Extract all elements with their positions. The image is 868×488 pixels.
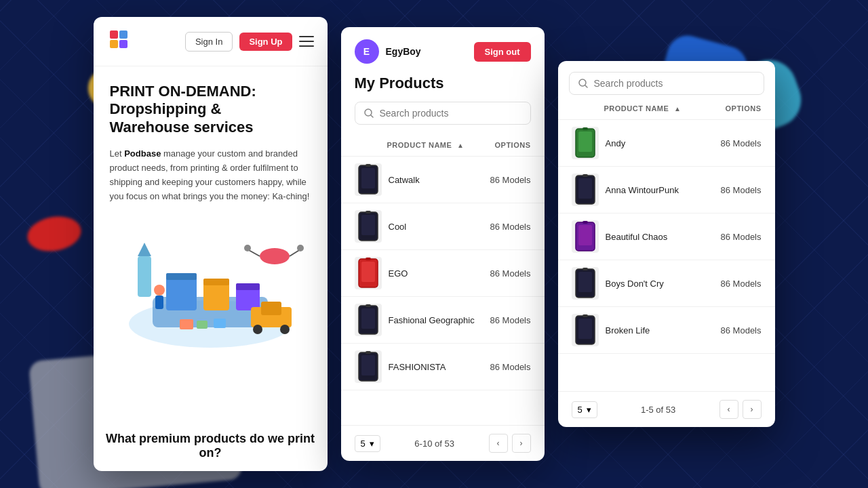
svg-rect-55 (583, 221, 588, 224)
page-size-select-middle[interactable]: 5 ▾ (355, 435, 380, 452)
product-options: 86 Models (484, 315, 531, 325)
product-name-col-header-right[interactable]: PRODUCT NAME ▲ (604, 104, 709, 113)
svg-rect-35 (366, 211, 371, 214)
product-list-middle: Catwalk 86 Models Cool 86 Models EGO (341, 157, 545, 425)
svg-rect-20 (261, 302, 281, 315)
product-options: 86 Models (714, 325, 762, 336)
svg-rect-49 (583, 127, 588, 130)
bottom-text: What premium products do we print on? (94, 421, 328, 471)
svg-rect-44 (366, 351, 371, 354)
signup-button[interactable]: Sign Up (239, 33, 292, 51)
svg-rect-9 (203, 279, 229, 285)
options-col-header-right: OPTIONS (714, 104, 762, 113)
prev-page-button-middle[interactable]: ‹ (489, 434, 508, 453)
brand-name: Podbase (124, 148, 161, 159)
svg-rect-25 (214, 319, 226, 328)
product-name-col-header[interactable]: PRODUCT NAME ▲ (387, 141, 478, 149)
svg-rect-34 (361, 215, 375, 235)
top-nav: Sign In Sign Up (94, 17, 328, 66)
signin-button[interactable]: Sign In (185, 32, 233, 52)
svg-rect-58 (583, 268, 588, 270)
table-row[interactable]: Beautiful Chaos 86 Models (558, 214, 775, 260)
panel-header: E EgyBoy Sign out My Products (341, 27, 545, 134)
page-size-select-right[interactable]: 5 ▾ (572, 401, 597, 418)
svg-point-21 (253, 325, 262, 334)
svg-rect-48 (578, 131, 592, 152)
svg-point-26 (154, 285, 165, 296)
product-name: Cool (389, 222, 477, 232)
product-thumbnail (572, 314, 599, 346)
search-results-panel: PRODUCT NAME ▲ OPTIONS Andy 86 Models (558, 61, 775, 427)
signout-button[interactable]: Sign out (474, 42, 531, 62)
table-row[interactable]: Andy 86 Models (558, 120, 775, 167)
table-row[interactable]: Broken Life 86 Models (558, 307, 775, 354)
svg-line-29 (371, 115, 373, 117)
table-row[interactable]: Cool 86 Models (341, 203, 545, 250)
search-bar-middle[interactable] (355, 102, 531, 125)
table-row[interactable]: Fashional Geographic 86 Models (341, 297, 545, 344)
pagination-middle: 5 ▾ 6-10 of 53 ‹ › (341, 425, 545, 461)
page-info-right: 1-5 of 53 (641, 405, 675, 415)
table-row[interactable]: Anna WintourPunk 86 Models (558, 167, 775, 214)
svg-rect-2 (110, 40, 118, 48)
product-name: Broken Life (606, 325, 707, 336)
user-info: E EgyBoy (355, 39, 421, 64)
chevron-down-icon-right: ▾ (587, 405, 591, 415)
svg-rect-32 (366, 164, 371, 167)
next-page-button-right[interactable]: › (743, 400, 762, 419)
product-thumbnail (572, 267, 599, 300)
table-header-middle: PRODUCT NAME ▲ OPTIONS (341, 134, 545, 157)
product-thumbnail (355, 257, 382, 289)
page-size-value: 5 (361, 439, 366, 449)
svg-rect-17 (138, 256, 151, 297)
product-thumbnail (355, 350, 382, 383)
search-bar-right[interactable] (569, 72, 764, 95)
search-input-middle[interactable] (380, 108, 522, 119)
svg-rect-51 (578, 178, 592, 199)
logo[interactable] (107, 28, 132, 55)
svg-rect-27 (155, 296, 163, 309)
product-options: 86 Models (714, 138, 762, 148)
table-row[interactable]: EGO 86 Models (341, 250, 545, 297)
username-label: EgyBoy (386, 46, 421, 57)
svg-rect-11 (236, 283, 260, 290)
svg-point-12 (260, 248, 290, 264)
svg-rect-40 (361, 308, 375, 329)
product-name: FASHIONISTA (389, 362, 477, 372)
page-info-middle: 6-10 of 53 (414, 439, 454, 449)
landing-panel: Sign In Sign Up PRINT ON-DEMAND:Dropship… (94, 17, 328, 471)
page-title: My Products (355, 75, 531, 92)
product-list-right: Andy 86 Models Anna WintourPunk 86 Model… (558, 120, 775, 391)
svg-point-16 (297, 245, 304, 251)
product-options: 86 Models (484, 268, 531, 279)
product-options: 86 Models (484, 362, 531, 372)
svg-rect-3 (119, 40, 127, 48)
pagination-right: 5 ▾ 1-5 of 53 ‹ › (558, 391, 775, 427)
search-input-right[interactable] (594, 78, 755, 89)
svg-rect-37 (361, 262, 375, 282)
product-thumbnail (572, 174, 599, 206)
prev-page-button-right[interactable]: ‹ (719, 400, 738, 419)
options-col-header: OPTIONS (484, 141, 531, 149)
svg-marker-18 (138, 243, 151, 256)
table-row[interactable]: Catwalk 86 Models (341, 157, 545, 203)
svg-rect-60 (578, 319, 592, 339)
next-page-button-middle[interactable]: › (512, 434, 531, 453)
table-row[interactable]: FASHIONISTA 86 Models (341, 344, 545, 390)
svg-rect-23 (180, 319, 193, 329)
product-options: 86 Models (484, 222, 531, 232)
svg-rect-54 (578, 225, 592, 245)
product-options: 86 Models (714, 279, 762, 289)
product-options: 86 Models (484, 175, 531, 185)
nav-buttons: Sign In Sign Up (185, 32, 314, 52)
product-name: Andy (606, 138, 707, 148)
product-thumbnail (572, 127, 599, 159)
panels-container: Sign In Sign Up PRINT ON-DEMAND:Dropship… (0, 0, 868, 488)
sort-arrow-icon: ▲ (457, 142, 464, 149)
table-row[interactable]: Boys Don't Cry 86 Models (558, 260, 775, 307)
svg-line-46 (585, 85, 587, 87)
hamburger-menu[interactable] (299, 36, 314, 47)
my-products-panel: E EgyBoy Sign out My Products PRODUCT NA… (341, 27, 545, 461)
svg-rect-31 (361, 168, 375, 188)
svg-point-15 (244, 245, 251, 251)
